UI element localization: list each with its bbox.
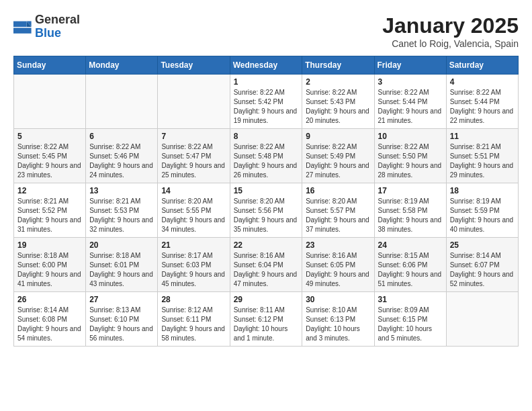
calendar-cell: 6Sunrise: 8:22 AM Sunset: 5:46 PM Daylig… [86, 129, 158, 183]
week-row-4: 19Sunrise: 8:18 AM Sunset: 6:00 PM Dayli… [14, 238, 519, 292]
day-info: Sunrise: 8:22 AM Sunset: 5:44 PM Dayligh… [450, 88, 515, 126]
day-info: Sunrise: 8:14 AM Sunset: 6:07 PM Dayligh… [450, 251, 515, 289]
title-block: January 2025 Canet lo Roig, Valencia, Sp… [382, 13, 519, 49]
day-info: Sunrise: 8:22 AM Sunset: 5:48 PM Dayligh… [234, 142, 299, 180]
day-number: 8 [234, 132, 299, 141]
calendar-cell: 9Sunrise: 8:22 AM Sunset: 5:49 PM Daylig… [302, 129, 374, 183]
day-number: 4 [450, 77, 515, 87]
day-number: 24 [378, 240, 443, 250]
day-info: Sunrise: 8:18 AM Sunset: 6:01 PM Dayligh… [89, 251, 154, 289]
day-info: Sunrise: 8:22 AM Sunset: 5:50 PM Dayligh… [378, 142, 443, 180]
calendar-title: January 2025 [382, 13, 519, 38]
day-number: 11 [450, 132, 515, 141]
calendar-cell: 3Sunrise: 8:22 AM Sunset: 5:44 PM Daylig… [374, 75, 446, 129]
day-info: Sunrise: 8:16 AM Sunset: 6:04 PM Dayligh… [234, 251, 299, 289]
calendar-cell: 20Sunrise: 8:18 AM Sunset: 6:01 PM Dayli… [86, 238, 158, 292]
day-number: 28 [161, 295, 226, 304]
weekday-header-wednesday: Wednesday [230, 56, 302, 75]
calendar-cell: 31Sunrise: 8:09 AM Sunset: 6:15 PM Dayli… [374, 292, 446, 347]
svg-rect-3 [13, 21, 27, 26]
day-info: Sunrise: 8:22 AM Sunset: 5:44 PM Dayligh… [378, 88, 443, 126]
day-info: Sunrise: 8:19 AM Sunset: 5:59 PM Dayligh… [450, 197, 515, 234]
logo-general-text: General [35, 13, 80, 26]
day-number: 13 [89, 186, 154, 195]
weekday-header-sunday: Sunday [14, 56, 86, 75]
day-number: 18 [450, 186, 515, 195]
calendar-cell: 27Sunrise: 8:13 AM Sunset: 6:10 PM Dayli… [86, 292, 158, 347]
weekday-header-saturday: Saturday [446, 56, 518, 75]
day-number: 26 [17, 295, 82, 304]
day-number: 21 [161, 240, 226, 250]
day-number: 25 [450, 240, 515, 250]
logo: General Blue [13, 13, 80, 40]
calendar-cell: 17Sunrise: 8:19 AM Sunset: 5:58 PM Dayli… [374, 183, 446, 238]
day-number: 23 [306, 240, 370, 250]
calendar-cell [158, 75, 230, 129]
day-number: 10 [378, 132, 443, 141]
calendar-cell: 22Sunrise: 8:16 AM Sunset: 6:04 PM Dayli… [230, 238, 302, 292]
day-info: Sunrise: 8:22 AM Sunset: 5:46 PM Dayligh… [89, 142, 154, 180]
weekday-header-monday: Monday [86, 56, 158, 75]
day-number: 9 [306, 132, 370, 141]
calendar-cell: 26Sunrise: 8:14 AM Sunset: 6:08 PM Dayli… [14, 292, 86, 347]
calendar-cell [446, 292, 518, 347]
weekday-header-tuesday: Tuesday [158, 56, 230, 75]
calendar-table: SundayMondayTuesdayWednesdayThursdayFrid… [13, 56, 519, 347]
week-row-3: 12Sunrise: 8:21 AM Sunset: 5:52 PM Dayli… [14, 183, 519, 238]
calendar-cell: 24Sunrise: 8:15 AM Sunset: 6:06 PM Dayli… [374, 238, 446, 292]
day-info: Sunrise: 8:21 AM Sunset: 5:52 PM Dayligh… [17, 197, 82, 234]
calendar-cell: 28Sunrise: 8:12 AM Sunset: 6:11 PM Dayli… [158, 292, 230, 347]
day-number: 12 [17, 186, 82, 195]
logo-icon [13, 17, 32, 36]
day-info: Sunrise: 8:22 AM Sunset: 5:45 PM Dayligh… [17, 142, 82, 180]
calendar-cell: 10Sunrise: 8:22 AM Sunset: 5:50 PM Dayli… [374, 129, 446, 183]
day-info: Sunrise: 8:16 AM Sunset: 6:05 PM Dayligh… [306, 251, 370, 289]
day-number: 17 [378, 186, 443, 195]
week-row-2: 5Sunrise: 8:22 AM Sunset: 5:45 PM Daylig… [14, 129, 519, 183]
day-info: Sunrise: 8:22 AM Sunset: 5:42 PM Dayligh… [234, 88, 299, 126]
calendar-subtitle: Canet lo Roig, Valencia, Spain [382, 38, 519, 49]
day-info: Sunrise: 8:11 AM Sunset: 6:12 PM Dayligh… [234, 306, 299, 343]
calendar-cell [86, 75, 158, 129]
day-number: 29 [234, 295, 299, 304]
calendar-cell: 29Sunrise: 8:11 AM Sunset: 6:12 PM Dayli… [230, 292, 302, 347]
day-info: Sunrise: 8:21 AM Sunset: 5:53 PM Dayligh… [89, 197, 154, 234]
day-info: Sunrise: 8:15 AM Sunset: 6:06 PM Dayligh… [378, 251, 443, 289]
calendar-cell: 5Sunrise: 8:22 AM Sunset: 5:45 PM Daylig… [14, 129, 86, 183]
week-row-5: 26Sunrise: 8:14 AM Sunset: 6:08 PM Dayli… [14, 292, 519, 347]
day-info: Sunrise: 8:18 AM Sunset: 6:00 PM Dayligh… [17, 251, 82, 289]
day-number: 14 [161, 186, 226, 195]
calendar-cell: 19Sunrise: 8:18 AM Sunset: 6:00 PM Dayli… [14, 238, 86, 292]
calendar-cell: 4Sunrise: 8:22 AM Sunset: 5:44 PM Daylig… [446, 75, 518, 129]
day-info: Sunrise: 8:22 AM Sunset: 5:43 PM Dayligh… [306, 88, 370, 126]
svg-rect-4 [13, 28, 32, 33]
day-number: 7 [161, 132, 226, 141]
calendar-cell: 15Sunrise: 8:20 AM Sunset: 5:56 PM Dayli… [230, 183, 302, 238]
calendar-cell: 8Sunrise: 8:22 AM Sunset: 5:48 PM Daylig… [230, 129, 302, 183]
weekday-header-row: SundayMondayTuesdayWednesdayThursdayFrid… [14, 56, 519, 75]
day-info: Sunrise: 8:20 AM Sunset: 5:56 PM Dayligh… [234, 197, 299, 234]
day-number: 6 [89, 132, 154, 141]
day-info: Sunrise: 8:20 AM Sunset: 5:55 PM Dayligh… [161, 197, 226, 234]
weekday-header-thursday: Thursday [302, 56, 374, 75]
weekday-header-friday: Friday [374, 56, 446, 75]
calendar-cell: 18Sunrise: 8:19 AM Sunset: 5:59 PM Dayli… [446, 183, 518, 238]
day-info: Sunrise: 8:20 AM Sunset: 5:57 PM Dayligh… [306, 197, 370, 234]
day-number: 30 [306, 295, 370, 304]
calendar-cell: 1Sunrise: 8:22 AM Sunset: 5:42 PM Daylig… [230, 75, 302, 129]
day-info: Sunrise: 8:22 AM Sunset: 5:47 PM Dayligh… [161, 142, 226, 180]
page-header: General Blue January 2025 Canet lo Roig,… [13, 13, 519, 49]
day-number: 15 [234, 186, 299, 195]
day-info: Sunrise: 8:22 AM Sunset: 5:49 PM Dayligh… [306, 142, 370, 180]
day-info: Sunrise: 8:10 AM Sunset: 6:13 PM Dayligh… [306, 306, 370, 343]
calendar-cell: 7Sunrise: 8:22 AM Sunset: 5:47 PM Daylig… [158, 129, 230, 183]
calendar-cell: 21Sunrise: 8:17 AM Sunset: 6:03 PM Dayli… [158, 238, 230, 292]
day-number: 22 [234, 240, 299, 250]
day-number: 16 [306, 186, 370, 195]
calendar-cell: 13Sunrise: 8:21 AM Sunset: 5:53 PM Dayli… [86, 183, 158, 238]
day-number: 19 [17, 240, 82, 250]
day-number: 3 [378, 77, 443, 87]
calendar-cell: 30Sunrise: 8:10 AM Sunset: 6:13 PM Dayli… [302, 292, 374, 347]
day-info: Sunrise: 8:13 AM Sunset: 6:10 PM Dayligh… [89, 306, 154, 343]
day-info: Sunrise: 8:19 AM Sunset: 5:58 PM Dayligh… [378, 197, 443, 234]
